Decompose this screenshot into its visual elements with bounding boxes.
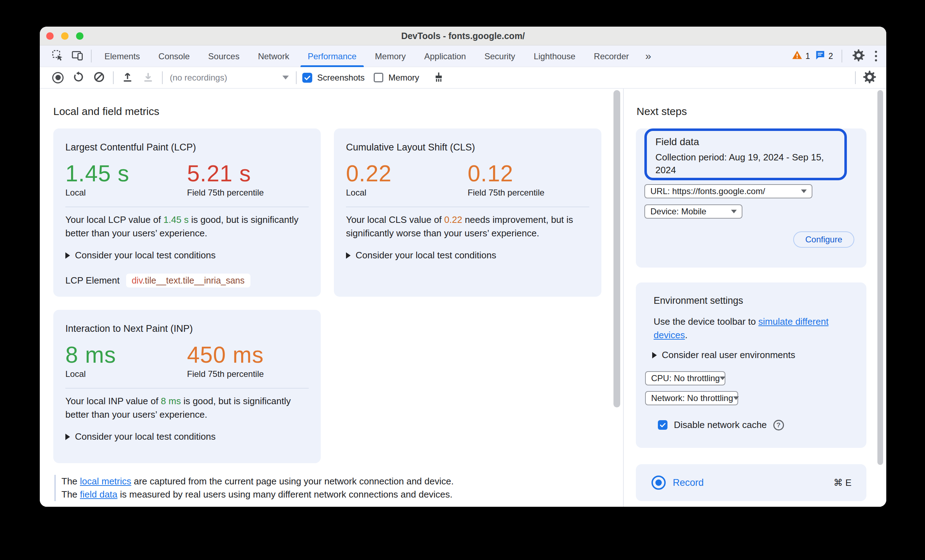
record-button[interactable] [48,67,68,89]
clear-recordings-button[interactable] [89,67,109,89]
devtools-window: DevTools - fonts.google.com/ Elements Co… [40,27,886,507]
recordings-dropdown-value: (no recordings) [170,73,227,83]
inp-local-conditions-disclosure[interactable]: Consider your local test conditions [65,431,309,442]
network-dropdown-value: Network: No throttling [651,393,733,403]
device-dropdown-value: Device: Mobile [651,207,706,216]
triangle-right-icon [65,434,70,440]
upload-icon [122,71,134,84]
tab-lighthouse[interactable]: Lighthouse [524,45,585,67]
more-options-kebab-icon[interactable] [871,51,881,62]
reload-and-record-button[interactable] [68,67,89,89]
save-profile-button[interactable] [138,67,158,89]
memory-checkbox[interactable] [374,73,383,83]
main-scrollbar[interactable] [613,90,620,407]
titlebar: DevTools - fonts.google.com/ [40,27,886,45]
memory-label: Memory [388,73,419,83]
block-icon [93,71,105,84]
chevron-down-icon [733,396,739,400]
screenshots-checkbox[interactable] [302,73,312,83]
settings-button[interactable] [851,45,866,67]
message-count: 2 [829,51,833,61]
device-toolbar-icon [71,50,83,63]
lcp-element-label: LCP Element [65,275,120,286]
configure-button[interactable]: Configure [793,231,854,248]
main-heading: Local and field metrics [53,105,623,118]
chevron-down-icon [720,377,725,380]
cls-local-label: Local [346,188,468,198]
tab-memory[interactable]: Memory [366,45,415,67]
cpu-throttling-dropdown[interactable]: CPU: No throttling [645,371,725,386]
inp-local-label: Local [65,369,187,379]
capture-settings-button[interactable] [859,67,880,89]
tab-sources[interactable]: Sources [199,45,249,67]
collect-garbage-button[interactable] [428,67,449,89]
url-dropdown[interactable]: URL: https://fonts.google.com/ [644,184,812,198]
tab-elements[interactable]: Elements [95,45,149,67]
lcp-local-label: Local [65,188,187,198]
zoom-window-button[interactable] [76,32,83,40]
toolbar-divider [296,71,297,84]
more-tabs-chevron[interactable]: » [638,50,658,62]
field-data-title: Field data [655,136,836,148]
triangle-right-icon [652,352,657,359]
tab-console[interactable]: Console [149,45,199,67]
local-and-field-metrics-panel: Local and field metrics Largest Contentf… [40,89,623,507]
chevron-down-icon [731,210,737,213]
lcp-desc-value: 1.45 s [163,214,188,225]
tab-performance[interactable]: Performance [298,45,366,67]
record-action-label[interactable]: Record [673,477,704,488]
lcp-local-value: 1.45 s [65,161,187,186]
minimize-window-button[interactable] [61,32,69,40]
warning-triangle-icon [792,50,803,63]
local-metrics-link[interactable]: local metrics [80,476,131,486]
inp-field-value: 450 ms [187,343,309,367]
inspect-cursor-icon [51,50,63,63]
network-throttling-dropdown[interactable]: Network: No throttling [645,391,738,405]
record-icon [52,72,63,83]
issues-message-badge[interactable]: 2 [815,50,833,63]
close-window-button[interactable] [46,32,54,40]
tab-recorder[interactable]: Recorder [585,45,638,67]
footnote-line-1: The local metrics are captured from the … [62,475,623,488]
screenshots-label: Screenshots [317,73,365,83]
real-user-environments-disclosure[interactable]: Consider real user environments [652,350,866,360]
inp-metric-card: Interaction to Next Paint (INP) 8 ms Loc… [53,310,321,463]
cls-card-title: Cumulative Layout Shift (CLS) [346,142,589,153]
cls-metric-card: Cumulative Layout Shift (CLS) 0.22 Local… [334,129,601,297]
recordings-dropdown[interactable]: (no recordings) [170,73,289,83]
disable-network-cache-checkbox[interactable] [658,420,667,430]
lcp-field-label: Field 75th percentile [187,188,309,198]
reload-icon [72,71,84,84]
tab-application[interactable]: Application [415,45,475,67]
lcp-metric-card: Largest Contentful Paint (LCP) 1.45 s Lo… [53,129,321,297]
disable-network-cache-label: Disable network cache [674,419,767,431]
cls-field-value: 0.12 [468,161,590,186]
help-icon[interactable]: ? [773,420,784,431]
tab-network[interactable]: Network [249,45,298,67]
record-icon[interactable] [651,476,666,490]
tab-security[interactable]: Security [475,45,525,67]
toolbar-right-divider [855,71,856,84]
inp-desc-value: 8 ms [161,396,181,406]
environment-settings-title: Environment settings [654,282,866,306]
load-profile-button[interactable] [117,67,138,89]
lcp-local-conditions-disclosure[interactable]: Consider your local test conditions [65,250,309,261]
lcp-element-link[interactable]: div.tile__text.tile__inria_sans [126,273,250,287]
garbage-collect-brush-icon [433,71,444,84]
toggle-device-toolbar-button[interactable] [68,45,87,67]
inp-field-label: Field 75th percentile [187,369,309,379]
field-data-focused-section[interactable]: Field data Collection period: Aug 19, 20… [644,129,847,180]
environment-settings-card: Environment settings Use the device tool… [636,282,866,448]
issues-warning-badge[interactable]: 1 [792,50,810,63]
field-data-link[interactable]: field data [80,489,118,500]
inspect-element-button[interactable] [48,45,68,67]
message-bubble-icon [815,50,826,63]
lcp-card-title: Largest Contentful Paint (LCP) [65,142,309,153]
url-dropdown-value: URL: https://fonts.google.com/ [651,186,765,196]
sidebar-scrollbar[interactable] [877,90,883,465]
cls-local-conditions-disclosure[interactable]: Consider your local test conditions [346,250,589,261]
cls-description: Your local CLS value of 0.22 needs impro… [346,213,583,240]
traffic-lights [46,32,83,40]
device-dropdown[interactable]: Device: Mobile [644,204,743,219]
toolbar-divider [113,71,114,84]
